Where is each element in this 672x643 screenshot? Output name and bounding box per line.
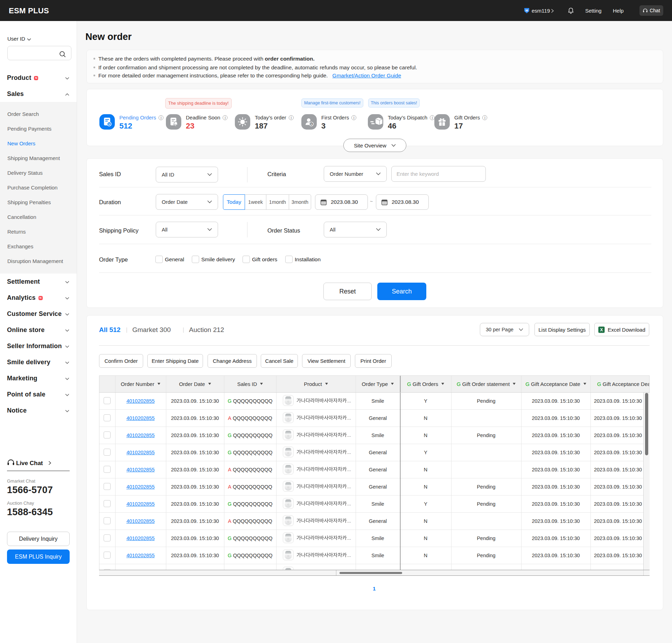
svg-text:M: M: [525, 9, 528, 12]
svg-text:N: N: [108, 123, 110, 126]
svg-text:N: N: [310, 123, 313, 126]
svg-text:X: X: [600, 327, 603, 332]
